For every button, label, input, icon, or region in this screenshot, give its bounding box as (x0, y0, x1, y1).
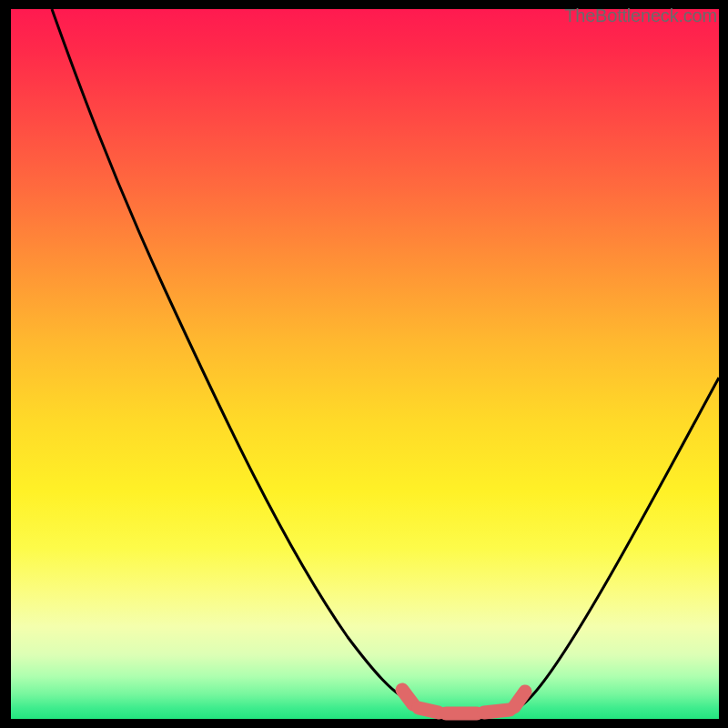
valley-highlight (402, 690, 525, 713)
chart-svg (11, 9, 719, 719)
chart-outer: TheBottleneck.com (0, 0, 728, 728)
curve-main (52, 9, 719, 713)
watermark-text: TheBottleneck.com (564, 5, 717, 26)
